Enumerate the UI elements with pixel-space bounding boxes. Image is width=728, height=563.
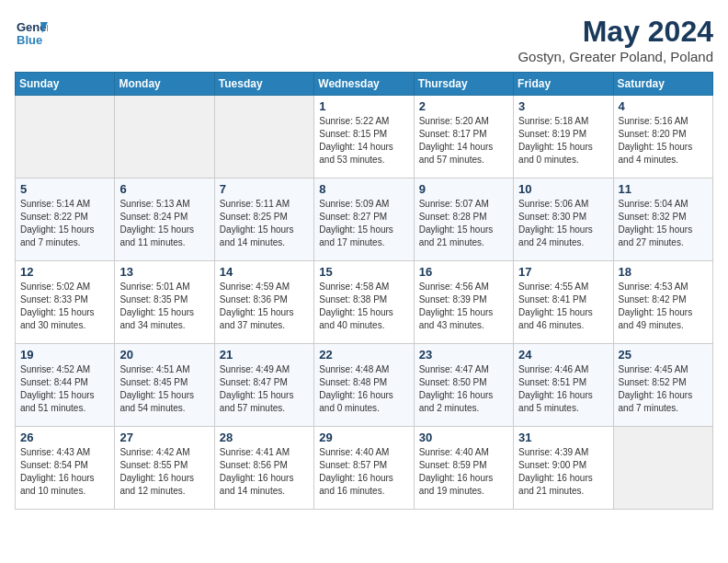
day-of-week-header: Wednesday <box>314 73 414 96</box>
day-number: 30 <box>419 431 508 444</box>
page-header: General Blue May 2024 Gostyn, Greater Po… <box>15 15 713 64</box>
calendar-cell: 12Sunrise: 5:02 AMSunset: 8:33 PMDayligh… <box>16 261 115 344</box>
calendar-cell: 27Sunrise: 4:42 AMSunset: 8:55 PMDayligh… <box>115 427 214 510</box>
calendar-cell: 14Sunrise: 4:59 AMSunset: 8:36 PMDayligh… <box>214 261 313 344</box>
cell-details: Sunrise: 4:58 AMSunset: 8:38 PMDaylight:… <box>319 281 408 332</box>
cell-details: Sunrise: 5:11 AMSunset: 8:25 PMDaylight:… <box>220 198 309 249</box>
calendar-cell: 18Sunrise: 4:53 AMSunset: 8:42 PMDayligh… <box>613 261 712 344</box>
day-number: 28 <box>220 431 309 444</box>
calendar-week-row: 1Sunrise: 5:22 AMSunset: 8:15 PMDaylight… <box>16 96 713 178</box>
calendar-body: 1Sunrise: 5:22 AMSunset: 8:15 PMDaylight… <box>16 96 713 510</box>
calendar-cell: 8Sunrise: 5:09 AMSunset: 8:27 PMDaylight… <box>314 178 414 261</box>
cell-details: Sunrise: 4:45 AMSunset: 8:52 PMDaylight:… <box>619 363 708 415</box>
day-number: 18 <box>619 265 708 279</box>
calendar-cell: 1Sunrise: 5:22 AMSunset: 8:15 PMDaylight… <box>314 96 414 178</box>
calendar-cell: 26Sunrise: 4:43 AMSunset: 8:54 PMDayligh… <box>16 427 115 510</box>
calendar-header-row: SundayMondayTuesdayWednesdayThursdayFrid… <box>16 73 713 96</box>
day-number: 13 <box>119 265 209 279</box>
cell-details: Sunrise: 4:39 AMSunset: 9:00 PMDaylight:… <box>518 446 608 498</box>
title-block: May 2024 Gostyn, Greater Poland, Poland <box>518 15 713 64</box>
cell-details: Sunrise: 5:18 AMSunset: 8:19 PMDaylight:… <box>518 115 608 167</box>
calendar-cell: 22Sunrise: 4:48 AMSunset: 8:48 PMDayligh… <box>314 344 414 427</box>
day-number: 26 <box>20 431 109 444</box>
day-number: 23 <box>419 348 508 362</box>
calendar-cell: 7Sunrise: 5:11 AMSunset: 8:25 PMDaylight… <box>214 178 313 261</box>
cell-details: Sunrise: 4:43 AMSunset: 8:54 PMDaylight:… <box>20 446 109 498</box>
calendar-week-row: 26Sunrise: 4:43 AMSunset: 8:54 PMDayligh… <box>16 427 713 510</box>
calendar-cell: 3Sunrise: 5:18 AMSunset: 8:19 PMDaylight… <box>514 96 613 178</box>
cell-details: Sunrise: 5:22 AMSunset: 8:15 PMDaylight:… <box>319 115 408 167</box>
day-number: 29 <box>319 431 408 444</box>
day-number: 8 <box>319 182 408 196</box>
cell-details: Sunrise: 5:07 AMSunset: 8:28 PMDaylight:… <box>419 198 508 249</box>
day-of-week-header: Monday <box>115 73 214 96</box>
day-number: 14 <box>220 265 309 279</box>
day-number: 31 <box>518 431 608 444</box>
calendar-cell: 28Sunrise: 4:41 AMSunset: 8:56 PMDayligh… <box>214 427 313 510</box>
day-number: 17 <box>518 265 608 279</box>
day-number: 21 <box>220 348 309 362</box>
day-of-week-header: Tuesday <box>214 73 313 96</box>
calendar-cell: 4Sunrise: 5:16 AMSunset: 8:20 PMDaylight… <box>613 96 712 178</box>
cell-details: Sunrise: 4:46 AMSunset: 8:51 PMDaylight:… <box>518 363 608 415</box>
calendar-cell: 31Sunrise: 4:39 AMSunset: 9:00 PMDayligh… <box>514 427 613 510</box>
day-number: 27 <box>119 431 209 444</box>
cell-details: Sunrise: 4:42 AMSunset: 8:55 PMDaylight:… <box>119 446 209 498</box>
cell-details: Sunrise: 4:41 AMSunset: 8:56 PMDaylight:… <box>220 446 309 498</box>
cell-details: Sunrise: 4:40 AMSunset: 8:59 PMDaylight:… <box>419 446 508 498</box>
cell-details: Sunrise: 4:48 AMSunset: 8:48 PMDaylight:… <box>319 363 408 415</box>
cell-details: Sunrise: 5:02 AMSunset: 8:33 PMDaylight:… <box>20 281 109 332</box>
calendar-cell <box>115 96 214 178</box>
calendar-week-row: 5Sunrise: 5:14 AMSunset: 8:22 PMDaylight… <box>16 178 713 261</box>
calendar-week-row: 12Sunrise: 5:02 AMSunset: 8:33 PMDayligh… <box>16 261 713 344</box>
cell-details: Sunrise: 4:52 AMSunset: 8:44 PMDaylight:… <box>20 363 109 415</box>
calendar-cell: 2Sunrise: 5:20 AMSunset: 8:17 PMDaylight… <box>414 96 513 178</box>
day-number: 25 <box>619 348 708 362</box>
cell-details: Sunrise: 5:20 AMSunset: 8:17 PMDaylight:… <box>419 115 508 167</box>
cell-details: Sunrise: 4:59 AMSunset: 8:36 PMDaylight:… <box>220 281 309 332</box>
calendar-cell: 30Sunrise: 4:40 AMSunset: 8:59 PMDayligh… <box>414 427 513 510</box>
day-number: 16 <box>419 265 508 279</box>
calendar-cell: 5Sunrise: 5:14 AMSunset: 8:22 PMDaylight… <box>16 178 115 261</box>
calendar-cell: 20Sunrise: 4:51 AMSunset: 8:45 PMDayligh… <box>115 344 214 427</box>
location-subtitle: Gostyn, Greater Poland, Poland <box>518 49 713 64</box>
day-number: 10 <box>518 182 608 196</box>
calendar-cell <box>16 96 115 178</box>
cell-details: Sunrise: 4:51 AMSunset: 8:45 PMDaylight:… <box>119 363 209 415</box>
calendar-cell: 6Sunrise: 5:13 AMSunset: 8:24 PMDaylight… <box>115 178 214 261</box>
cell-details: Sunrise: 4:40 AMSunset: 8:57 PMDaylight:… <box>319 446 408 498</box>
day-number: 24 <box>518 348 608 362</box>
day-number: 20 <box>119 348 209 362</box>
day-number: 5 <box>20 182 109 196</box>
calendar-week-row: 19Sunrise: 4:52 AMSunset: 8:44 PMDayligh… <box>16 344 713 427</box>
day-of-week-header: Thursday <box>414 73 513 96</box>
day-of-week-header: Friday <box>514 73 613 96</box>
day-number: 2 <box>419 99 508 113</box>
calendar-cell: 10Sunrise: 5:06 AMSunset: 8:30 PMDayligh… <box>514 178 613 261</box>
day-number: 1 <box>319 99 408 113</box>
day-number: 22 <box>319 348 408 362</box>
day-number: 4 <box>619 99 708 113</box>
cell-details: Sunrise: 4:56 AMSunset: 8:39 PMDaylight:… <box>419 281 508 332</box>
svg-text:Blue: Blue <box>17 33 42 47</box>
calendar-cell <box>613 427 712 510</box>
calendar-table: SundayMondayTuesdayWednesdayThursdayFrid… <box>15 72 713 510</box>
logo: General Blue <box>15 15 48 48</box>
calendar-cell: 13Sunrise: 5:01 AMSunset: 8:35 PMDayligh… <box>115 261 214 344</box>
cell-details: Sunrise: 4:55 AMSunset: 8:41 PMDaylight:… <box>518 281 608 332</box>
day-number: 3 <box>518 99 608 113</box>
cell-details: Sunrise: 5:06 AMSunset: 8:30 PMDaylight:… <box>518 198 608 249</box>
calendar-cell: 21Sunrise: 4:49 AMSunset: 8:47 PMDayligh… <box>214 344 313 427</box>
day-number: 7 <box>220 182 309 196</box>
calendar-cell: 9Sunrise: 5:07 AMSunset: 8:28 PMDaylight… <box>414 178 513 261</box>
day-number: 15 <box>319 265 408 279</box>
month-title: May 2024 <box>518 15 713 49</box>
cell-details: Sunrise: 5:04 AMSunset: 8:32 PMDaylight:… <box>619 198 708 249</box>
day-number: 9 <box>419 182 508 196</box>
calendar-cell: 23Sunrise: 4:47 AMSunset: 8:50 PMDayligh… <box>414 344 513 427</box>
cell-details: Sunrise: 4:47 AMSunset: 8:50 PMDaylight:… <box>419 363 508 415</box>
cell-details: Sunrise: 4:53 AMSunset: 8:42 PMDaylight:… <box>619 281 708 332</box>
day-number: 19 <box>20 348 109 362</box>
day-number: 11 <box>619 182 708 196</box>
calendar-cell: 11Sunrise: 5:04 AMSunset: 8:32 PMDayligh… <box>613 178 712 261</box>
